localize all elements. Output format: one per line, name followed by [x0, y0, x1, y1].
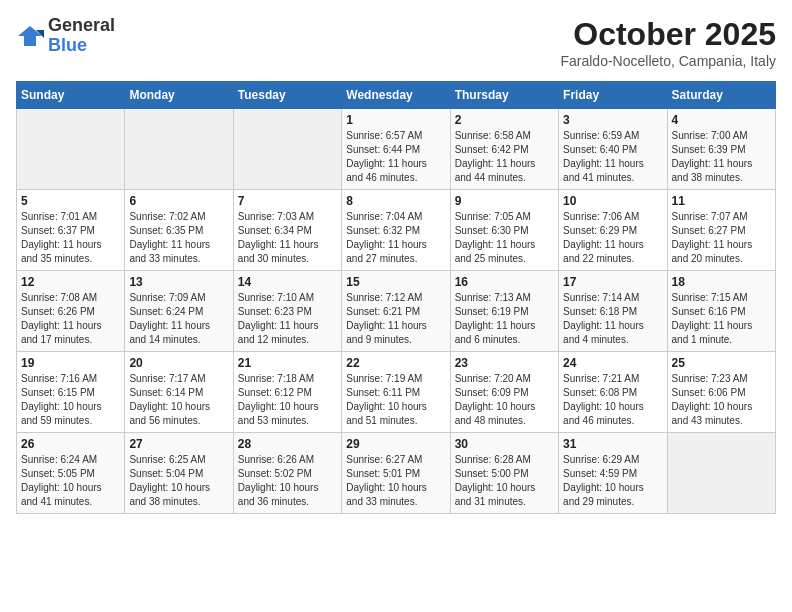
calendar-cell: 17Sunrise: 7:14 AMSunset: 6:18 PMDayligh…	[559, 271, 667, 352]
day-number: 30	[455, 437, 554, 451]
calendar-cell: 12Sunrise: 7:08 AMSunset: 6:26 PMDayligh…	[17, 271, 125, 352]
weekday-header: Saturday	[667, 82, 775, 109]
calendar-cell: 1Sunrise: 6:57 AMSunset: 6:44 PMDaylight…	[342, 109, 450, 190]
day-number: 5	[21, 194, 120, 208]
day-info: Sunrise: 7:20 AMSunset: 6:09 PMDaylight:…	[455, 372, 554, 428]
calendar-cell: 30Sunrise: 6:28 AMSunset: 5:00 PMDayligh…	[450, 433, 558, 514]
calendar-cell: 21Sunrise: 7:18 AMSunset: 6:12 PMDayligh…	[233, 352, 341, 433]
day-number: 19	[21, 356, 120, 370]
day-number: 22	[346, 356, 445, 370]
calendar-cell: 15Sunrise: 7:12 AMSunset: 6:21 PMDayligh…	[342, 271, 450, 352]
calendar-week-row: 19Sunrise: 7:16 AMSunset: 6:15 PMDayligh…	[17, 352, 776, 433]
day-number: 21	[238, 356, 337, 370]
calendar-cell: 27Sunrise: 6:25 AMSunset: 5:04 PMDayligh…	[125, 433, 233, 514]
day-number: 14	[238, 275, 337, 289]
day-info: Sunrise: 7:05 AMSunset: 6:30 PMDaylight:…	[455, 210, 554, 266]
day-info: Sunrise: 7:21 AMSunset: 6:08 PMDaylight:…	[563, 372, 662, 428]
day-info: Sunrise: 7:06 AMSunset: 6:29 PMDaylight:…	[563, 210, 662, 266]
calendar-cell: 11Sunrise: 7:07 AMSunset: 6:27 PMDayligh…	[667, 190, 775, 271]
calendar-week-row: 5Sunrise: 7:01 AMSunset: 6:37 PMDaylight…	[17, 190, 776, 271]
day-info: Sunrise: 6:27 AMSunset: 5:01 PMDaylight:…	[346, 453, 445, 509]
calendar-cell: 23Sunrise: 7:20 AMSunset: 6:09 PMDayligh…	[450, 352, 558, 433]
day-number: 26	[21, 437, 120, 451]
calendar-cell: 7Sunrise: 7:03 AMSunset: 6:34 PMDaylight…	[233, 190, 341, 271]
calendar-cell: 29Sunrise: 6:27 AMSunset: 5:01 PMDayligh…	[342, 433, 450, 514]
day-number: 2	[455, 113, 554, 127]
day-info: Sunrise: 7:18 AMSunset: 6:12 PMDaylight:…	[238, 372, 337, 428]
day-number: 24	[563, 356, 662, 370]
day-number: 25	[672, 356, 771, 370]
day-number: 23	[455, 356, 554, 370]
day-info: Sunrise: 6:57 AMSunset: 6:44 PMDaylight:…	[346, 129, 445, 185]
day-number: 3	[563, 113, 662, 127]
day-info: Sunrise: 6:26 AMSunset: 5:02 PMDaylight:…	[238, 453, 337, 509]
calendar-cell: 10Sunrise: 7:06 AMSunset: 6:29 PMDayligh…	[559, 190, 667, 271]
day-info: Sunrise: 7:04 AMSunset: 6:32 PMDaylight:…	[346, 210, 445, 266]
calendar-cell: 4Sunrise: 7:00 AMSunset: 6:39 PMDaylight…	[667, 109, 775, 190]
day-info: Sunrise: 7:23 AMSunset: 6:06 PMDaylight:…	[672, 372, 771, 428]
calendar-week-row: 26Sunrise: 6:24 AMSunset: 5:05 PMDayligh…	[17, 433, 776, 514]
day-info: Sunrise: 7:08 AMSunset: 6:26 PMDaylight:…	[21, 291, 120, 347]
day-info: Sunrise: 7:09 AMSunset: 6:24 PMDaylight:…	[129, 291, 228, 347]
header-row: SundayMondayTuesdayWednesdayThursdayFrid…	[17, 82, 776, 109]
day-number: 18	[672, 275, 771, 289]
calendar-cell: 3Sunrise: 6:59 AMSunset: 6:40 PMDaylight…	[559, 109, 667, 190]
title-section: October 2025 Faraldo-Nocelleto, Campania…	[560, 16, 776, 69]
month-title: October 2025	[560, 16, 776, 53]
day-number: 1	[346, 113, 445, 127]
calendar-cell: 18Sunrise: 7:15 AMSunset: 6:16 PMDayligh…	[667, 271, 775, 352]
day-info: Sunrise: 7:07 AMSunset: 6:27 PMDaylight:…	[672, 210, 771, 266]
day-number: 16	[455, 275, 554, 289]
calendar-cell: 16Sunrise: 7:13 AMSunset: 6:19 PMDayligh…	[450, 271, 558, 352]
day-number: 31	[563, 437, 662, 451]
weekday-header: Thursday	[450, 82, 558, 109]
calendar-cell	[233, 109, 341, 190]
day-info: Sunrise: 6:24 AMSunset: 5:05 PMDaylight:…	[21, 453, 120, 509]
day-info: Sunrise: 7:01 AMSunset: 6:37 PMDaylight:…	[21, 210, 120, 266]
calendar-week-row: 12Sunrise: 7:08 AMSunset: 6:26 PMDayligh…	[17, 271, 776, 352]
calendar-cell: 24Sunrise: 7:21 AMSunset: 6:08 PMDayligh…	[559, 352, 667, 433]
calendar-cell: 22Sunrise: 7:19 AMSunset: 6:11 PMDayligh…	[342, 352, 450, 433]
calendar-cell	[667, 433, 775, 514]
calendar-cell: 9Sunrise: 7:05 AMSunset: 6:30 PMDaylight…	[450, 190, 558, 271]
day-info: Sunrise: 6:59 AMSunset: 6:40 PMDaylight:…	[563, 129, 662, 185]
calendar-week-row: 1Sunrise: 6:57 AMSunset: 6:44 PMDaylight…	[17, 109, 776, 190]
calendar-cell: 31Sunrise: 6:29 AMSunset: 4:59 PMDayligh…	[559, 433, 667, 514]
day-info: Sunrise: 7:14 AMSunset: 6:18 PMDaylight:…	[563, 291, 662, 347]
calendar-cell: 13Sunrise: 7:09 AMSunset: 6:24 PMDayligh…	[125, 271, 233, 352]
day-number: 15	[346, 275, 445, 289]
location-subtitle: Faraldo-Nocelleto, Campania, Italy	[560, 53, 776, 69]
day-number: 27	[129, 437, 228, 451]
calendar-cell: 28Sunrise: 6:26 AMSunset: 5:02 PMDayligh…	[233, 433, 341, 514]
day-number: 8	[346, 194, 445, 208]
day-info: Sunrise: 7:02 AMSunset: 6:35 PMDaylight:…	[129, 210, 228, 266]
day-info: Sunrise: 7:10 AMSunset: 6:23 PMDaylight:…	[238, 291, 337, 347]
day-number: 28	[238, 437, 337, 451]
day-number: 10	[563, 194, 662, 208]
day-info: Sunrise: 7:16 AMSunset: 6:15 PMDaylight:…	[21, 372, 120, 428]
weekday-header: Tuesday	[233, 82, 341, 109]
day-info: Sunrise: 6:28 AMSunset: 5:00 PMDaylight:…	[455, 453, 554, 509]
day-number: 11	[672, 194, 771, 208]
calendar-cell	[17, 109, 125, 190]
logo-text: General Blue	[48, 16, 115, 56]
logo-blue: Blue	[48, 36, 115, 56]
calendar-cell: 14Sunrise: 7:10 AMSunset: 6:23 PMDayligh…	[233, 271, 341, 352]
day-info: Sunrise: 7:13 AMSunset: 6:19 PMDaylight:…	[455, 291, 554, 347]
day-number: 13	[129, 275, 228, 289]
calendar-cell: 20Sunrise: 7:17 AMSunset: 6:14 PMDayligh…	[125, 352, 233, 433]
day-info: Sunrise: 7:17 AMSunset: 6:14 PMDaylight:…	[129, 372, 228, 428]
day-number: 9	[455, 194, 554, 208]
day-number: 7	[238, 194, 337, 208]
calendar-cell: 5Sunrise: 7:01 AMSunset: 6:37 PMDaylight…	[17, 190, 125, 271]
day-info: Sunrise: 7:19 AMSunset: 6:11 PMDaylight:…	[346, 372, 445, 428]
day-number: 29	[346, 437, 445, 451]
day-number: 20	[129, 356, 228, 370]
logo-icon	[16, 22, 44, 50]
day-number: 4	[672, 113, 771, 127]
day-number: 12	[21, 275, 120, 289]
day-number: 17	[563, 275, 662, 289]
calendar-cell	[125, 109, 233, 190]
calendar-cell: 2Sunrise: 6:58 AMSunset: 6:42 PMDaylight…	[450, 109, 558, 190]
calendar-cell: 8Sunrise: 7:04 AMSunset: 6:32 PMDaylight…	[342, 190, 450, 271]
